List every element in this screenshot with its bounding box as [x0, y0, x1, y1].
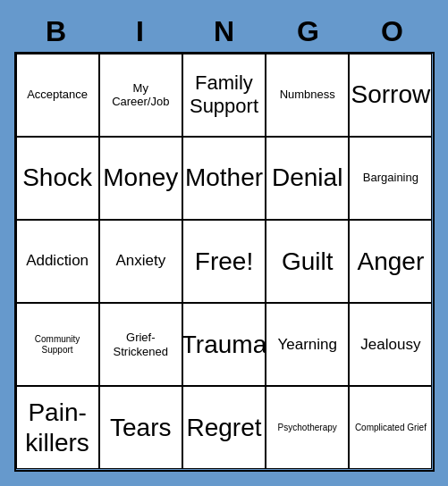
bingo-card: BINGO AcceptanceMy Career/JobFamily Supp… — [14, 15, 435, 472]
bingo-cell-3[interactable]: Numbness — [266, 54, 349, 137]
bingo-letter-B: B — [17, 15, 96, 48]
bingo-cell-22[interactable]: Regret — [182, 386, 266, 469]
bingo-cell-1[interactable]: My Career/Job — [99, 54, 182, 137]
bingo-cell-10[interactable]: Addiction — [16, 220, 99, 303]
bingo-cell-21[interactable]: Tears — [99, 386, 182, 469]
bingo-cell-7[interactable]: Mother — [182, 137, 266, 220]
bingo-cell-5[interactable]: Shock — [16, 137, 99, 220]
bingo-cell-24[interactable]: Complicated Grief — [349, 386, 432, 469]
bingo-cell-18[interactable]: Yearning — [266, 303, 349, 386]
bingo-grid: AcceptanceMy Career/JobFamily SupportNum… — [14, 52, 435, 472]
bingo-cell-17[interactable]: Trauma — [182, 303, 266, 386]
bingo-cell-16[interactable]: Grief-Strickened — [99, 303, 182, 386]
bingo-cell-4[interactable]: Sorrow — [349, 54, 432, 137]
bingo-letter-I: I — [101, 15, 180, 48]
bingo-cell-9[interactable]: Bargaining — [349, 137, 432, 220]
bingo-cell-20[interactable]: Pain-killers — [16, 386, 99, 469]
bingo-cell-11[interactable]: Anxiety — [99, 220, 182, 303]
bingo-letter-G: G — [269, 15, 348, 48]
bingo-header: BINGO — [14, 15, 435, 48]
bingo-cell-23[interactable]: Psychotherapy — [266, 386, 349, 469]
bingo-cell-8[interactable]: Denial — [266, 137, 349, 220]
bingo-cell-12[interactable]: Free! — [182, 220, 266, 303]
bingo-cell-2[interactable]: Family Support — [182, 54, 266, 137]
bingo-letter-N: N — [185, 15, 264, 48]
bingo-cell-19[interactable]: Jealousy — [349, 303, 432, 386]
bingo-letter-O: O — [353, 15, 432, 48]
bingo-cell-15[interactable]: Community Support — [16, 303, 99, 386]
bingo-cell-6[interactable]: Money — [99, 137, 182, 220]
bingo-cell-13[interactable]: Guilt — [266, 220, 349, 303]
bingo-cell-14[interactable]: Anger — [349, 220, 432, 303]
bingo-cell-0[interactable]: Acceptance — [16, 54, 99, 137]
